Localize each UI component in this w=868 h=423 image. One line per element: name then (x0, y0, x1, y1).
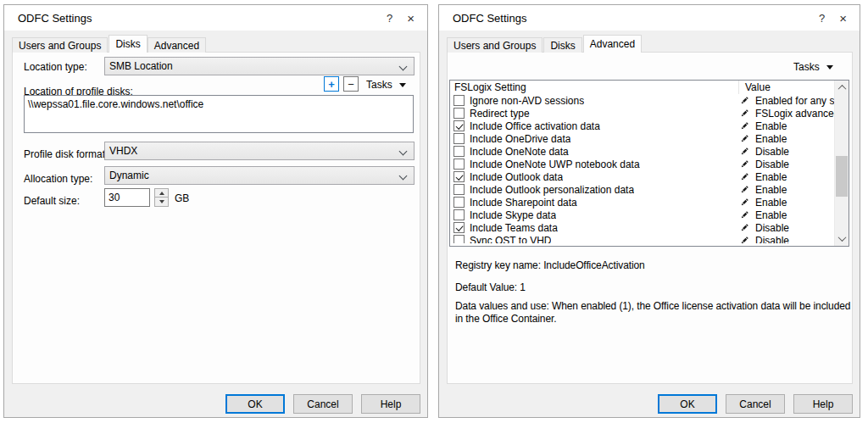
row-value: Enable (755, 197, 787, 209)
row-label: Include Outlook personalization data (470, 184, 634, 196)
arrow-down-icon (159, 200, 164, 203)
table-row[interactable]: Include OneNote data Disable (450, 145, 834, 158)
row-checkbox[interactable] (453, 159, 465, 170)
tasks-label: Tasks (793, 61, 820, 73)
column-header-setting[interactable]: FSLogix Setting (454, 81, 526, 93)
row-label: Include OneNote data (470, 146, 569, 158)
cancel-button[interactable]: Cancel (293, 394, 353, 414)
row-value-cell: Enable (740, 170, 834, 183)
pencil-icon (740, 198, 749, 207)
tab-disks[interactable]: Disks (108, 35, 147, 53)
column-header-value[interactable]: Value (745, 81, 771, 93)
profile-disks-listbox[interactable]: \\wepssa01.file.core.windows.net\office (24, 95, 414, 133)
tasks-dropdown[interactable]: Tasks (366, 79, 406, 91)
disk-format-value: VHDX (109, 145, 137, 157)
pencil-icon (740, 134, 749, 143)
row-checkbox[interactable] (453, 146, 465, 157)
chevron-up-icon (838, 85, 847, 93)
row-value-cell: Enable (740, 183, 834, 196)
help-button[interactable]: Help (793, 394, 853, 414)
row-checkbox[interactable] (453, 222, 465, 233)
tab-strip: Users and Groups Disks Advanced (12, 35, 207, 53)
titlebar[interactable]: ODFC Settings ? × (4, 5, 427, 31)
row-value: Enable (755, 184, 787, 196)
table-row[interactable]: Include Sharepoint data Enable (450, 196, 834, 209)
row-label: Include OneNote UWP notebook data (470, 159, 640, 170)
dropdown-arrow-icon (399, 83, 406, 87)
default-size-unit: GB (175, 192, 189, 204)
table-header: FSLogix Setting Value (450, 81, 834, 94)
row-label: Include Outlook data (470, 171, 563, 183)
row-checkbox[interactable] (453, 171, 465, 182)
tab-users-and-groups[interactable]: Users and Groups (12, 37, 108, 53)
row-checkbox[interactable] (453, 133, 465, 144)
window-title: ODFC Settings (453, 12, 526, 25)
close-icon[interactable]: × (407, 11, 415, 25)
scroll-down-button[interactable] (835, 231, 849, 246)
row-value-cell: Enable (740, 132, 834, 145)
tab-users-and-groups[interactable]: Users and Groups (447, 37, 542, 53)
row-checkbox[interactable] (453, 108, 465, 119)
table-row[interactable]: Include Skype data Enable (450, 209, 834, 221)
dialog-footer: OK Cancel Help (4, 384, 427, 417)
table-row[interactable]: Include Teams data Disable (450, 221, 834, 234)
stepper-down-button[interactable] (154, 198, 169, 207)
row-value-cell: Enable (740, 196, 834, 209)
fslogix-rows: Ignore non-AVD sessions Enabled for any … (450, 94, 834, 243)
pencil-icon (740, 109, 749, 118)
row-value-cell: Disable (740, 145, 834, 158)
location-type-value: SMB Location (109, 60, 173, 72)
table-row[interactable]: Ignore non-AVD sessions Enabled for any … (450, 94, 834, 107)
tasks-dropdown[interactable]: Tasks (793, 61, 833, 73)
tab-disks[interactable]: Disks (543, 37, 581, 53)
remove-location-button[interactable]: − (343, 76, 359, 92)
allocation-type-dropdown[interactable]: Dynamic (104, 166, 415, 185)
table-row[interactable]: Include OneDrive data Enable (450, 132, 834, 145)
location-type-dropdown[interactable]: SMB Location (104, 57, 415, 75)
row-checkbox[interactable] (453, 120, 465, 131)
chevron-down-icon (399, 63, 408, 71)
odfc-settings-dialog-disks: ODFC Settings ? × Users and Groups Disks… (3, 4, 428, 418)
stepper-up-button[interactable] (154, 188, 169, 198)
disks-tab-page: Location type: SMB Location Location of … (12, 52, 420, 384)
pencil-icon (740, 147, 749, 156)
pencil-icon (740, 121, 749, 131)
add-location-button[interactable]: + (324, 76, 339, 92)
tab-advanced[interactable]: Advanced (583, 35, 642, 53)
row-checkbox[interactable] (453, 209, 465, 220)
row-checkbox[interactable] (453, 197, 465, 208)
pencil-icon (740, 236, 749, 243)
row-value: Disable (755, 146, 789, 158)
help-icon[interactable]: ? (387, 12, 392, 25)
row-value-cell: Enable (740, 209, 834, 221)
scrollbar-thumb[interactable] (836, 156, 848, 197)
dropdown-arrow-icon (826, 65, 833, 70)
table-row[interactable]: Include Outlook data Enable (450, 170, 834, 183)
ok-button[interactable]: OK (658, 394, 717, 414)
scroll-up-button[interactable] (835, 81, 849, 95)
help-button[interactable]: Help (361, 394, 420, 414)
row-checkbox[interactable] (453, 235, 465, 243)
dialog-footer: OK Cancel Help (439, 384, 860, 417)
default-size-input[interactable] (104, 188, 150, 207)
vertical-scrollbar[interactable] (834, 81, 849, 246)
table-row[interactable]: Include OneNote UWP notebook data Disabl… (450, 158, 834, 170)
table-row[interactable]: Sync OST to VHD Disable (450, 234, 834, 243)
close-icon[interactable]: × (839, 11, 847, 25)
help-icon[interactable]: ? (819, 12, 825, 25)
row-value: Enable (755, 171, 787, 183)
ok-button[interactable]: OK (225, 394, 285, 414)
disk-format-dropdown[interactable]: VHDX (104, 142, 415, 160)
table-row[interactable]: Include Outlook personalization data Ena… (450, 183, 834, 196)
pencil-icon (740, 185, 749, 194)
table-row[interactable]: Include Office activation data Enable (450, 120, 834, 132)
row-checkbox[interactable] (453, 184, 465, 195)
row-checkbox[interactable] (453, 95, 465, 106)
titlebar[interactable]: ODFC Settings ? × (439, 5, 860, 31)
profile-disk-path: \\wepssa01.file.core.windows.net\office (28, 98, 203, 110)
row-value: Disable (755, 159, 789, 170)
cancel-button[interactable]: Cancel (726, 394, 785, 414)
tab-advanced[interactable]: Advanced (147, 37, 206, 53)
table-row[interactable]: Redirect type FSLogix advanced r (450, 107, 834, 120)
row-label: Redirect type (470, 108, 530, 120)
